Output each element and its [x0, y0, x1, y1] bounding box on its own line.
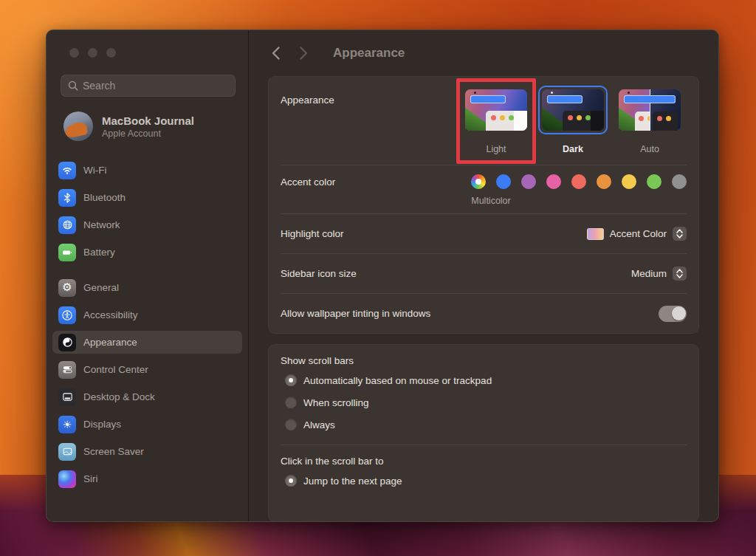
accent-dot-green[interactable]	[647, 174, 662, 189]
accent-dot-purple[interactable]	[521, 174, 536, 189]
radio-always[interactable]: Always	[281, 413, 687, 436]
desktop: MacBook Journal Apple Account Wi-Fi Blue…	[0, 0, 756, 556]
accent-dot-yellow[interactable]	[622, 174, 636, 189]
page-title: Appearance	[333, 46, 405, 61]
sidebar-item-control-center[interactable]: Control Center	[52, 358, 242, 381]
sidebar-icon-size-row: Sidebar icon size Medium	[281, 253, 687, 293]
appearance-icon	[58, 334, 76, 351]
account-name: MacBook Journal	[102, 114, 194, 128]
main-header: Appearance	[249, 30, 718, 76]
gear-icon: ⚙	[58, 279, 76, 297]
screen-saver-icon	[58, 443, 76, 461]
control-center-icon	[58, 361, 76, 379]
sidebar-item-desktop-dock[interactable]: Desktop & Dock	[52, 385, 242, 408]
accent-dot-orange[interactable]	[597, 174, 611, 189]
account-subtitle: Apple Account	[102, 128, 194, 139]
sidebar-item-battery[interactable]: Battery	[52, 241, 242, 264]
radio-jump-next-page[interactable]: Jump to the next page	[281, 470, 687, 492]
wallpaper-tinting-row: Allow wallpaper tinting in windows	[281, 293, 687, 333]
accent-dot-red[interactable]	[571, 174, 586, 189]
highlight-color-row: Highlight color Accent Color	[281, 213, 687, 253]
sidebar-item-general[interactable]: ⚙ General	[52, 276, 242, 299]
back-button[interactable]	[268, 46, 283, 61]
chevron-right-icon	[299, 46, 309, 61]
battery-icon	[58, 244, 76, 261]
accessibility-icon	[58, 306, 76, 324]
sidebar-icon-size-select[interactable]: Medium	[631, 267, 687, 281]
sun-icon: ☀	[58, 416, 76, 433]
sidebar-item-bluetooth[interactable]: Bluetooth	[52, 186, 242, 209]
accent-color-label: Accent color	[281, 174, 335, 188]
show-scroll-bars-label: Show scroll bars	[281, 345, 687, 369]
search-field[interactable]	[61, 75, 236, 97]
forward-button[interactable]	[296, 46, 311, 61]
radio-icon	[285, 475, 297, 487]
siri-icon	[58, 470, 76, 488]
stepper-icon[interactable]	[673, 227, 687, 241]
light-mode-thumbnail	[465, 89, 527, 131]
highlight-color-label: Highlight color	[281, 228, 344, 239]
bluetooth-icon	[58, 189, 76, 207]
accent-dot-pink[interactable]	[546, 174, 561, 189]
avatar	[63, 111, 93, 141]
highlight-color-select[interactable]: Accent Color	[587, 227, 687, 241]
appearance-row-label: Appearance	[281, 86, 334, 154]
accent-dot-multicolor[interactable]	[471, 174, 486, 189]
stepper-icon[interactable]	[673, 267, 687, 281]
minimize-button[interactable]	[88, 48, 97, 58]
scroll-bars-card: Show scroll bars Automatically based on …	[268, 344, 699, 521]
radio-automatically[interactable]: Automatically based on mouse or trackpad	[281, 369, 687, 391]
appearance-mode-light[interactable]: Light	[461, 86, 532, 154]
settings-main-pane: Appearance Appearance	[249, 30, 718, 521]
wallpaper-tinting-toggle[interactable]	[659, 306, 687, 322]
settings-sidebar: MacBook Journal Apple Account Wi-Fi Blue…	[47, 30, 249, 521]
appearance-mode-dark[interactable]: Dark	[537, 86, 608, 154]
chevron-left-icon	[271, 46, 281, 61]
accent-dot-gray[interactable]	[672, 174, 687, 189]
sidebar-item-wifi[interactable]: Wi-Fi	[52, 159, 242, 182]
sidebar-item-network[interactable]: Network	[52, 213, 242, 236]
click-scroll-bar-label: Click in the scroll bar to	[281, 445, 687, 470]
appearance-card: Appearance Light	[268, 76, 699, 334]
auto-mode-thumbnail	[619, 89, 681, 131]
accent-dot-blue[interactable]	[496, 174, 511, 189]
sidebar-item-appearance[interactable]: Appearance	[52, 331, 242, 354]
sidebar-item-accessibility[interactable]: Accessibility	[52, 303, 242, 326]
appearance-mode-auto[interactable]: Auto	[614, 86, 685, 154]
search-icon	[68, 80, 78, 91]
radio-icon	[285, 397, 297, 408]
sidebar-item-screen-saver[interactable]: Screen Saver	[52, 440, 242, 463]
accent-color-row: Accent color	[281, 165, 687, 213]
sidebar-item-displays[interactable]: ☀ Displays	[52, 413, 242, 436]
highlight-color-value: Accent Color	[610, 228, 667, 239]
close-button[interactable]	[69, 48, 79, 58]
sidebar-icon-size-label: Sidebar icon size	[281, 268, 357, 279]
traffic-lights	[47, 48, 248, 58]
accent-selected-name: Multicolor	[468, 196, 514, 206]
desktop-dock-icon	[58, 388, 76, 406]
appearance-mode-row: Appearance Light	[281, 77, 687, 165]
dark-mode-thumbnail	[542, 89, 604, 131]
highlight-color-swatch	[587, 228, 604, 240]
account-row[interactable]: MacBook Journal Apple Account	[47, 111, 248, 148]
sidebar-item-siri[interactable]: Siri	[52, 467, 242, 490]
zoom-button[interactable]	[106, 48, 116, 58]
system-settings-window: MacBook Journal Apple Account Wi-Fi Blue…	[46, 30, 719, 522]
radio-when-scrolling[interactable]: When scrolling	[281, 391, 687, 413]
search-input[interactable]	[83, 80, 228, 92]
wallpaper-tinting-label: Allow wallpaper tinting in windows	[281, 308, 430, 319]
radio-icon	[285, 374, 297, 386]
sidebar-icon-size-value: Medium	[631, 268, 667, 279]
wifi-icon	[58, 162, 76, 179]
globe-icon	[58, 216, 76, 234]
radio-icon	[285, 419, 297, 430]
